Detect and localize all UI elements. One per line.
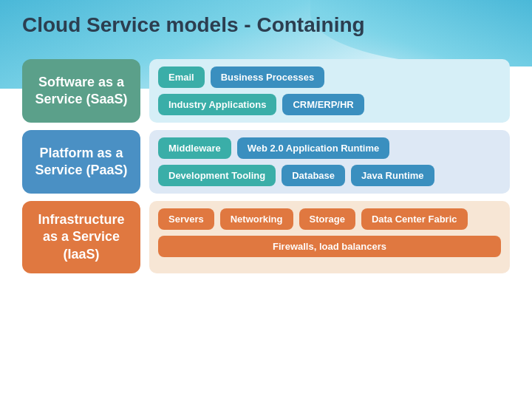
chip-iaas-0-2: Storage xyxy=(299,208,355,230)
chip-iaas-1-0: Firewalls, load balancers xyxy=(158,236,501,257)
page-title: Cloud Service models - Containing xyxy=(0,0,532,44)
paas-chip-row-0: MiddlewareWeb 2.0 Application Runtime xyxy=(158,137,501,159)
chip-iaas-0-1: Networking xyxy=(220,208,293,230)
chip-paas-1-1: Database xyxy=(282,165,345,186)
chip-paas-1-2: Java Runtime xyxy=(351,165,434,186)
iaas-label: Infrastructure as a Service (IaaS) xyxy=(22,201,140,273)
saas-content: EmailBusiness ProcessesIndustry Applicat… xyxy=(149,59,510,123)
paas-content: MiddlewareWeb 2.0 Application RuntimeDev… xyxy=(149,130,510,194)
iaas-content: ServersNetworkingStorageData Center Fabr… xyxy=(149,201,510,273)
chip-iaas-0-0: Servers xyxy=(158,208,214,230)
chip-paas-0-1: Web 2.0 Application Runtime xyxy=(237,137,389,159)
main-content: Software as a Service (SaaS)EmailBusines… xyxy=(0,52,532,281)
paas-chip-row-1: Development ToolingDatabaseJava Runtime xyxy=(158,165,501,186)
chip-iaas-0-3: Data Center Fabric xyxy=(361,208,468,230)
chip-saas-1-0: Industry Applications xyxy=(158,94,276,115)
chip-saas-0-1: Business Processes xyxy=(211,66,324,88)
iaas-chip-row-1: Firewalls, load balancers xyxy=(158,236,501,257)
service-row-saas: Software as a Service (SaaS)EmailBusines… xyxy=(22,59,510,123)
saas-chip-row-1: Industry ApplicationsCRM/ERP/HR xyxy=(158,94,501,115)
chip-saas-0-0: Email xyxy=(158,66,205,88)
saas-label: Software as a Service (SaaS) xyxy=(22,59,140,123)
saas-chip-row-0: EmailBusiness Processes xyxy=(158,66,501,88)
paas-label: Platform as a Service (PaaS) xyxy=(22,130,140,194)
chip-saas-1-1: CRM/ERP/HR xyxy=(282,94,364,115)
chip-paas-0-0: Middleware xyxy=(158,137,231,159)
service-row-paas: Platform as a Service (PaaS)MiddlewareWe… xyxy=(22,130,510,194)
chip-paas-1-0: Development Tooling xyxy=(158,165,276,186)
service-row-iaas: Infrastructure as a Service (IaaS)Server… xyxy=(22,201,510,273)
iaas-chip-row-0: ServersNetworkingStorageData Center Fabr… xyxy=(158,208,501,230)
